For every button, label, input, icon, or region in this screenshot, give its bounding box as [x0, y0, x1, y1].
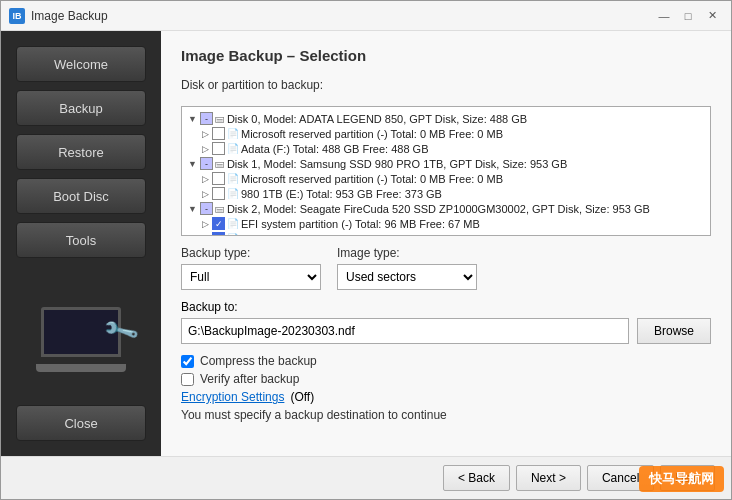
disk-row-2: ▷ 📄 Adata (F:) Total: 488 GB Free: 488 G…: [186, 141, 706, 156]
close-button[interactable]: Close: [16, 405, 146, 441]
image-type-label: Image type:: [337, 246, 477, 260]
minimize-button[interactable]: —: [653, 6, 675, 26]
disk-row-5: ▷ 📄 980 1TB (E:) Total: 953 GB Free: 373…: [186, 186, 706, 201]
checkbox-4[interactable]: [212, 172, 225, 185]
encryption-settings-link[interactable]: Encryption Settings: [181, 390, 284, 404]
expand-icon-2: ▷: [202, 144, 209, 154]
disk-text-0: Disk 0, Model: ADATA LEGEND 850, GPT Dis…: [227, 113, 527, 125]
expand-icon-4: ▷: [202, 174, 209, 184]
checkbox-3[interactable]: -: [200, 157, 213, 170]
backup-to-row: Backup to: Browse: [181, 300, 711, 344]
checkbox-8[interactable]: ✓: [212, 232, 225, 236]
encryption-row: Encryption Settings (Off): [181, 390, 711, 404]
hdd-icon-5: 📄: [227, 188, 239, 199]
sidebar-item-welcome[interactable]: Welcome: [16, 46, 146, 82]
disk-row-1: ▷ 📄 Microsoft reserved partition (-) Tot…: [186, 126, 706, 141]
sidebar-item-boot-disc[interactable]: Boot Disc: [16, 178, 146, 214]
disk-row-0: ▼ - 🖴 Disk 0, Model: ADATA LEGEND 850, G…: [186, 111, 706, 126]
window-controls: — □ ✕: [653, 6, 723, 26]
hdd-icon-6: 🖴: [215, 203, 225, 214]
image-type-group: Image type: Used sectors Sector by secto…: [337, 246, 477, 290]
expand-icon-1: ▷: [202, 129, 209, 139]
hdd-icon-7: 📄: [227, 218, 239, 229]
disk-row-7: ▷ ✓ 📄 EFI system partition (-) Total: 96…: [186, 216, 706, 231]
close-window-button[interactable]: ✕: [701, 6, 723, 26]
hdd-icon-4: 📄: [227, 173, 239, 184]
disk-row-8: ▷ ✓ 📄 Microsoft reserved partition (-) T…: [186, 231, 706, 236]
disk-text-5: 980 1TB (E:) Total: 953 GB Free: 373 GB: [241, 188, 442, 200]
window-title: Image Backup: [31, 9, 108, 23]
disk-tree[interactable]: ▼ - 🖴 Disk 0, Model: ADATA LEGEND 850, G…: [181, 106, 711, 236]
expand-icon-0: ▼: [188, 114, 197, 124]
browse-button[interactable]: Browse: [637, 318, 711, 344]
status-text: You must specify a backup destination to…: [181, 408, 711, 422]
disk-text-2: Adata (F:) Total: 488 GB Free: 488 GB: [241, 143, 429, 155]
backup-to-label: Backup to:: [181, 300, 711, 314]
compress-label: Compress the backup: [200, 354, 317, 368]
content-area: Image Backup – Selection Disk or partiti…: [161, 31, 731, 456]
page-title: Image Backup – Selection: [181, 47, 711, 64]
back-button[interactable]: < Back: [443, 465, 510, 491]
sidebar-item-backup[interactable]: Backup: [16, 90, 146, 126]
sidebar-illustration: 🔧: [21, 297, 141, 387]
hdd-icon-0: 🖴: [215, 113, 225, 124]
expand-icon-3: ▼: [188, 159, 197, 169]
next-button[interactable]: Next >: [516, 465, 581, 491]
bottom-bar: < Back Next > Cancel Help: [1, 456, 731, 499]
title-bar: IB Image Backup — □ ✕: [1, 1, 731, 31]
checkbox-5[interactable]: [212, 187, 225, 200]
checkbox-7[interactable]: ✓: [212, 217, 225, 230]
expand-icon-5: ▷: [202, 189, 209, 199]
encryption-status: (Off): [290, 390, 314, 404]
backup-to-input-row: Browse: [181, 318, 711, 344]
disk-text-6: Disk 2, Model: Seagate FireCuda 520 SSD …: [227, 203, 650, 215]
verify-label: Verify after backup: [200, 372, 299, 386]
type-row: Backup type: Full Incremental Differenti…: [181, 246, 711, 290]
expand-icon-6: ▼: [188, 204, 197, 214]
compress-row: Compress the backup: [181, 354, 711, 368]
title-bar-left: IB Image Backup: [9, 8, 108, 24]
laptop-base: [36, 364, 126, 372]
sidebar-item-restore[interactable]: Restore: [16, 134, 146, 170]
verify-checkbox[interactable]: [181, 373, 194, 386]
checkbox-0[interactable]: -: [200, 112, 213, 125]
watermark: 快马导航网: [639, 466, 724, 492]
disk-label: Disk or partition to backup:: [181, 78, 711, 92]
compress-checkbox[interactable]: [181, 355, 194, 368]
backup-type-label: Backup type:: [181, 246, 321, 260]
disk-text-8: Microsoft reserved partition (-) Total: …: [241, 233, 503, 237]
backup-type-group: Backup type: Full Incremental Differenti…: [181, 246, 321, 290]
backup-to-input[interactable]: [181, 318, 629, 344]
expand-icon-8: ▷: [202, 234, 209, 237]
main-window: IB Image Backup — □ ✕ Welcome Backup Res…: [0, 0, 732, 500]
disk-text-1: Microsoft reserved partition (-) Total: …: [241, 128, 503, 140]
expand-icon-7: ▷: [202, 219, 209, 229]
disk-row-6: ▼ - 🖴 Disk 2, Model: Seagate FireCuda 52…: [186, 201, 706, 216]
laptop-graphic: 🔧: [36, 307, 126, 377]
disk-text-4: Microsoft reserved partition (-) Total: …: [241, 173, 503, 185]
app-icon: IB: [9, 8, 25, 24]
hdd-icon-8: 📄: [227, 233, 239, 236]
hdd-icon-2: 📄: [227, 143, 239, 154]
sidebar-item-tools[interactable]: Tools: [16, 222, 146, 258]
image-type-select[interactable]: Used sectors Sector by sector: [337, 264, 477, 290]
maximize-button[interactable]: □: [677, 6, 699, 26]
main-content: Welcome Backup Restore Boot Disc Tools 🔧…: [1, 31, 731, 456]
checkbox-1[interactable]: [212, 127, 225, 140]
checkbox-2[interactable]: [212, 142, 225, 155]
verify-row: Verify after backup: [181, 372, 711, 386]
hdd-icon-3: 🖴: [215, 158, 225, 169]
checkbox-6[interactable]: -: [200, 202, 213, 215]
disk-row-3: ▼ - 🖴 Disk 1, Model: Samsung SSD 980 PRO…: [186, 156, 706, 171]
disk-row-4: ▷ 📄 Microsoft reserved partition (-) Tot…: [186, 171, 706, 186]
disk-text-3: Disk 1, Model: Samsung SSD 980 PRO 1TB, …: [227, 158, 567, 170]
hdd-icon-1: 📄: [227, 128, 239, 139]
options-section: Compress the backup Verify after backup …: [181, 354, 711, 422]
backup-type-select[interactable]: Full Incremental Differential: [181, 264, 321, 290]
disk-text-7: EFI system partition (-) Total: 96 MB Fr…: [241, 218, 480, 230]
sidebar: Welcome Backup Restore Boot Disc Tools 🔧…: [1, 31, 161, 456]
